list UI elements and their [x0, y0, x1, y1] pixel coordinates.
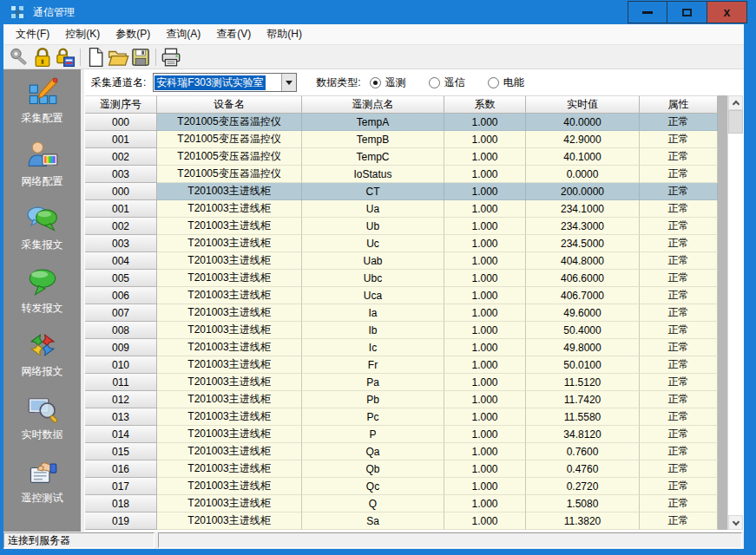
table-cell-device: T201003主进线柜: [157, 443, 302, 460]
maximize-button[interactable]: [667, 1, 707, 23]
table-row[interactable]: 004T201003主进线柜Uab1.000404.8000正常: [85, 252, 742, 270]
save-button[interactable]: [129, 47, 152, 68]
table-row[interactable]: 019T201003主进线柜Sa1.00011.3820正常: [85, 513, 742, 530]
table-cell-attr: 正常: [640, 166, 718, 183]
table-cell-no: 013: [85, 408, 157, 426]
table-cell-point: Pc: [302, 408, 444, 426]
table-cell-coef: 1.000: [444, 200, 526, 218]
table-cell-coef: 1.000: [444, 426, 526, 443]
table-cell-value: 1.5080: [526, 495, 640, 513]
table-row[interactable]: 008T201003主进线柜Ib1.00050.4000正常: [85, 322, 742, 339]
table-row[interactable]: 010T201003主进线柜Fr1.00050.0100正常: [85, 356, 742, 374]
table-cell-attr: 正常: [640, 183, 718, 200]
column-header-device[interactable]: 设备名: [157, 95, 302, 114]
table-cell-attr: 正常: [640, 322, 718, 339]
datatype-option-1[interactable]: 遥信: [429, 75, 465, 90]
close-button[interactable]: x: [707, 1, 747, 23]
table-row[interactable]: 001T201005变压器温控仪TempB1.00042.9000正常: [85, 131, 742, 148]
table-row[interactable]: 002T201003主进线柜Ub1.000234.3000正常: [85, 218, 742, 235]
content-area: 采集通道名: 安科瑞F303测试实验室 数据类型: 遥测遥信电能 遥测序号 设备…: [84, 69, 744, 532]
menu-query[interactable]: 查询(A): [158, 24, 208, 44]
sidebar-item-collect-message[interactable]: 采集报文: [3, 203, 81, 266]
table-row[interactable]: 000T201005变压器温控仪TempA1.00040.0000正常: [85, 114, 742, 131]
scroll-down-button[interactable]: [728, 515, 743, 530]
table-row[interactable]: 012T201003主进线柜Pb1.00011.7420正常: [85, 391, 742, 408]
table-row[interactable]: 013T201003主进线柜Pc1.00011.5580正常: [85, 408, 742, 426]
sidebar-item-realtime-data[interactable]: 实时数据: [3, 393, 81, 456]
sidebar-item-forward-message[interactable]: 转发报文: [3, 266, 81, 330]
column-header-value[interactable]: 实时值: [526, 95, 640, 114]
datatype-options: 遥测遥信电能: [370, 75, 547, 90]
close-icon: x: [724, 6, 731, 18]
table-row[interactable]: 018T201003主进线柜Q1.0001.5080正常: [85, 495, 742, 513]
sidebar-item-remote-test[interactable]: 遥控测试: [3, 456, 81, 519]
toolbar-separator: [155, 49, 156, 66]
table-cell-point: CT: [302, 183, 444, 200]
table-row[interactable]: 016T201003主进线柜Qb1.0000.4760正常: [85, 460, 742, 478]
open-folder-button[interactable]: [107, 47, 129, 68]
scroll-up-button[interactable]: [728, 95, 743, 110]
table-cell-device: T201003主进线柜: [157, 426, 302, 443]
table-row[interactable]: 007T201003主进线柜Ia1.00049.6000正常: [85, 304, 742, 322]
table-cell-coef: 1.000: [444, 148, 526, 166]
table-cell-point: Ia: [302, 304, 444, 322]
table-cell-device: T201003主进线柜: [157, 287, 302, 304]
column-header-attribute[interactable]: 属性: [640, 95, 718, 114]
table-cell-value: 0.7600: [526, 443, 640, 460]
table-cell-point: Qb: [302, 460, 444, 478]
collect-config-icon: [27, 76, 58, 108]
datatype-option-0[interactable]: 遥测: [370, 75, 406, 90]
radio-label: 遥测: [385, 75, 406, 90]
table-row[interactable]: 001T201003主进线柜Ua1.000234.1000正常: [85, 200, 742, 218]
table-row[interactable]: 000T201003主进线柜CT1.000200.0000正常: [85, 183, 742, 200]
sidebar-item-network-message[interactable]: 网络报文: [3, 330, 81, 393]
table-row[interactable]: 006T201003主进线柜Uca1.000406.7000正常: [85, 287, 742, 304]
sidebar-item-network-config[interactable]: 网络配置: [3, 140, 81, 203]
menu-parameters[interactable]: 参数(P): [108, 24, 158, 44]
table-row[interactable]: 003T201003主进线柜Uc1.000234.5000正常: [85, 235, 742, 252]
menu-file[interactable]: 文件(F): [8, 24, 57, 44]
table-cell-point: Ua: [302, 200, 444, 218]
table-row[interactable]: 011T201003主进线柜Pa1.00011.5120正常: [85, 374, 742, 391]
sidebar-item-collect-config[interactable]: 采集配置: [3, 76, 81, 140]
table-row[interactable]: 005T201003主进线柜Ubc1.000406.6000正常: [85, 270, 742, 287]
table-row[interactable]: 014T201003主进线柜P1.00034.8120正常: [85, 426, 742, 443]
minimize-button[interactable]: [628, 1, 667, 23]
table-cell-no: 010: [85, 356, 157, 374]
table-row[interactable]: 017T201003主进线柜Qc1.0000.2720正常: [85, 478, 742, 495]
password-button[interactable]: [54, 47, 76, 68]
table-cell-coef: 1.000: [444, 183, 526, 200]
title-bar: 通信管理 x: [0, 0, 756, 24]
menu-control[interactable]: 控制(K): [57, 24, 108, 44]
table-cell-value: 406.6000: [526, 270, 640, 287]
radio-icon: [370, 77, 381, 88]
menu-view[interactable]: 查看(V): [208, 24, 259, 44]
column-header-point[interactable]: 遥测点名: [302, 95, 444, 114]
datatype-option-2[interactable]: 电能: [488, 75, 524, 90]
column-header-coefficient[interactable]: 系数: [444, 95, 526, 114]
table-row[interactable]: 002T201005变压器温控仪TempC1.00040.1000正常: [85, 148, 742, 166]
save-icon: [129, 46, 152, 69]
table-row[interactable]: 009T201003主进线柜Ic1.00049.8000正常: [85, 339, 742, 356]
scrollbar-thumb[interactable]: [728, 110, 743, 134]
channel-combobox[interactable]: 安科瑞F303测试实验室: [153, 73, 297, 92]
channel-combobox-dropdown-button[interactable]: [281, 74, 296, 91]
key-button[interactable]: [9, 47, 31, 68]
table-row[interactable]: 003T201005变压器温控仪IoStatus1.0000.0000正常: [85, 166, 742, 183]
table-cell-point: TempB: [302, 131, 444, 148]
column-header-index[interactable]: 遥测序号: [85, 95, 157, 114]
channel-combobox-field: 安科瑞F303测试实验室: [154, 74, 281, 91]
table-row[interactable]: 015T201003主进线柜Qa1.0000.7600正常: [85, 443, 742, 460]
table-cell-device: T201003主进线柜: [157, 478, 302, 495]
lock-button[interactable]: [31, 47, 54, 68]
table-cell-no: 008: [85, 322, 157, 339]
print-button[interactable]: [160, 47, 182, 68]
vertical-scrollbar[interactable]: [727, 95, 742, 530]
sidebar-item-label: 采集配置: [22, 111, 63, 126]
menu-help[interactable]: 帮助(H): [259, 24, 310, 44]
new-file-button[interactable]: [84, 47, 107, 68]
table-cell-value: 404.8000: [526, 252, 640, 270]
menu-bar: 文件(F) 控制(K) 参数(P) 查询(A) 查看(V) 帮助(H): [3, 24, 744, 45]
print-icon: [160, 46, 182, 69]
channel-combobox-value: 安科瑞F303测试实验室: [154, 75, 265, 90]
